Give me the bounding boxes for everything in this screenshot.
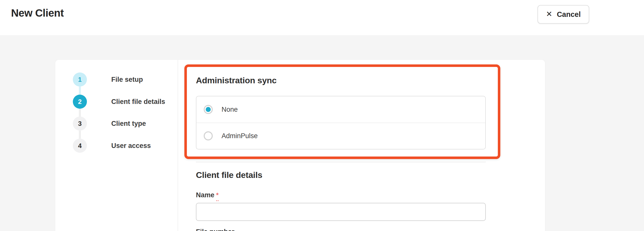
close-icon: ✕ — [546, 10, 552, 18]
stepper-step-client-file-details[interactable]: 2 Client file details — [73, 95, 173, 109]
file-number-label: File number — [196, 228, 234, 231]
header: New Client ✕ Cancel — [0, 0, 644, 35]
cancel-button-label: Cancel — [557, 10, 581, 19]
stepper-step-file-setup[interactable]: 1 File setup — [73, 72, 173, 87]
radio-selected-dot — [206, 107, 211, 112]
radio-button-icon — [204, 131, 213, 140]
stepper-step-user-access[interactable]: 4 User access — [73, 139, 173, 153]
step-label: Client type — [111, 120, 146, 128]
section-divider — [196, 162, 486, 162]
step-number-badge: 4 — [73, 139, 87, 153]
name-label-text: Name — [196, 191, 214, 199]
step-label: Client file details — [111, 98, 165, 106]
step-label: User access — [111, 142, 151, 150]
wizard-card: 1 File setup 2 Client file details 3 Cli… — [55, 60, 545, 231]
radio-button-icon — [204, 105, 213, 114]
admin-sync-heading: Administration sync — [196, 75, 277, 85]
page-title: New Client — [11, 7, 64, 19]
stepper-step-client-type[interactable]: 3 Client type — [73, 117, 173, 131]
radio-option-adminpulse[interactable]: AdminPulse — [196, 123, 485, 149]
step-connector — [79, 109, 81, 117]
name-input[interactable] — [196, 203, 486, 221]
step-connector — [79, 87, 81, 95]
radio-option-none[interactable]: None — [196, 96, 485, 123]
radio-option-label: None — [222, 106, 238, 113]
step-connector — [79, 131, 81, 139]
required-asterisk: * — [216, 191, 219, 201]
client-file-details-heading: Client file details — [196, 170, 262, 180]
radio-option-label: AdminPulse — [222, 132, 258, 140]
step-number-badge: 2 — [73, 95, 87, 109]
step-number-badge: 1 — [73, 72, 87, 87]
step-label: File setup — [111, 76, 143, 84]
cancel-button[interactable]: ✕ Cancel — [538, 5, 589, 24]
step-number-badge: 3 — [73, 117, 87, 131]
admin-sync-radio-group: None AdminPulse — [196, 96, 486, 149]
column-divider — [178, 60, 178, 231]
name-field-label: Name* — [196, 191, 219, 199]
